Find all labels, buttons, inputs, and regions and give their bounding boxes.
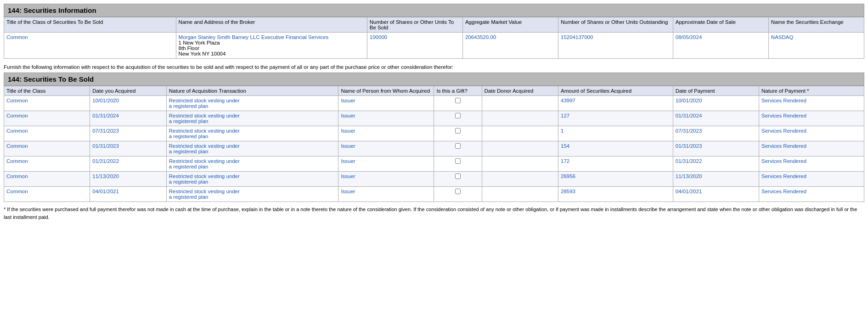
- cell-date-sale: 08/05/2024: [673, 33, 768, 59]
- cell-title-class: Common: [4, 111, 90, 126]
- cell-is-gift[interactable]: [434, 156, 482, 172]
- gift-checkbox[interactable]: [455, 128, 461, 134]
- cell-date-donor: [482, 172, 558, 187]
- cell-nature-payment: Services Rendered: [759, 126, 864, 141]
- cell-shares: 100000: [367, 33, 462, 59]
- cell-date-acquired: 01/31/2022: [90, 156, 166, 172]
- cell-broker: Morgan Stanley Smith Barney LLC Executiv…: [176, 33, 367, 59]
- table-row: Common 04/01/2021 Restricted stock vesti…: [4, 187, 864, 202]
- cell-nature: Restricted stock vesting undera register…: [166, 187, 338, 202]
- col-title-class: Title of the Class of Securities To Be S…: [4, 17, 176, 33]
- gift-checkbox[interactable]: [455, 189, 461, 194]
- col2-date-payment: Date of Payment: [673, 86, 759, 96]
- cell-is-gift[interactable]: [434, 96, 482, 111]
- cell-title-class: Common: [4, 187, 90, 202]
- cell-is-gift[interactable]: [434, 172, 482, 187]
- cell-date-payment: 01/31/2024: [673, 111, 759, 126]
- col-exchange: Name the Securities Exchange: [768, 17, 864, 33]
- cell-person: Issuer: [338, 96, 434, 111]
- footnote: * If the securities were purchased and f…: [4, 206, 864, 221]
- cell-person: Issuer: [338, 126, 434, 141]
- cell-date-acquired: 01/31/2024: [90, 111, 166, 126]
- gift-checkbox[interactable]: [455, 173, 461, 179]
- cell-date-donor: [482, 96, 558, 111]
- cell-date-payment: 11/13/2020: [673, 172, 759, 187]
- cell-is-gift[interactable]: [434, 141, 482, 156]
- table-row: Common 01/31/2023 Restricted stock vesti…: [4, 141, 864, 156]
- cell-nature-payment: Services Rendered: [759, 156, 864, 172]
- cell-nature: Restricted stock vesting undera register…: [166, 156, 338, 172]
- cell-title-class: Common: [4, 96, 90, 111]
- cell-amount: 43997: [558, 96, 673, 111]
- cell-amount: 172: [558, 156, 673, 172]
- cell-nature: Restricted stock vesting undera register…: [166, 126, 338, 141]
- cell-nature: Restricted stock vesting undera register…: [166, 141, 338, 156]
- cell-date-payment: 07/31/2023: [673, 126, 759, 141]
- table-row: Common 07/31/2023 Restricted stock vesti…: [4, 126, 864, 141]
- cell-date-donor: [482, 141, 558, 156]
- cell-title-class: Common: [4, 172, 90, 187]
- cell-title-class: Common: [4, 33, 176, 59]
- cell-date-acquired: 01/31/2023: [90, 141, 166, 156]
- col2-date-donor: Date Donor Acquired: [482, 86, 558, 96]
- table-row: Common 01/31/2024 Restricted stock vesti…: [4, 111, 864, 126]
- cell-amount: 1: [558, 126, 673, 141]
- cell-title-class: Common: [4, 141, 90, 156]
- gift-checkbox[interactable]: [455, 98, 461, 103]
- cell-date-acquired: 07/31/2023: [90, 126, 166, 141]
- cell-nature-payment: Services Rendered: [759, 141, 864, 156]
- cell-is-gift[interactable]: [434, 126, 482, 141]
- cell-date-acquired: 11/13/2020: [90, 172, 166, 187]
- gift-checkbox[interactable]: [455, 143, 461, 149]
- cell-nature: Restricted stock vesting undera register…: [166, 96, 338, 111]
- cell-nature: Restricted stock vesting undera register…: [166, 111, 338, 126]
- cell-nature-payment: Services Rendered: [759, 111, 864, 126]
- col2-is-gift: Is this a Gift?: [434, 86, 482, 96]
- gift-checkbox[interactable]: [455, 158, 461, 164]
- cell-amount: 154: [558, 141, 673, 156]
- col-market-value: Aggregate Market Value: [462, 17, 558, 33]
- cell-date-payment: 01/31/2023: [673, 141, 759, 156]
- cell-person: Issuer: [338, 141, 434, 156]
- cell-person: Issuer: [338, 111, 434, 126]
- cell-date-payment: 01/31/2022: [673, 156, 759, 172]
- col2-nature-payment: Nature of Payment *: [759, 86, 864, 96]
- cell-person: Issuer: [338, 156, 434, 172]
- cell-date-donor: [482, 111, 558, 126]
- cell-is-gift[interactable]: [434, 187, 482, 202]
- cell-nature-payment: Services Rendered: [759, 187, 864, 202]
- cell-market-value: 20643520.00: [462, 33, 558, 59]
- cell-date-payment: 04/01/2021: [673, 187, 759, 202]
- cell-is-gift[interactable]: [434, 111, 482, 126]
- col2-person: Name of Person from Whom Acquired: [338, 86, 434, 96]
- cell-title-class: Common: [4, 126, 90, 141]
- cell-amount: 28593: [558, 187, 673, 202]
- col2-amount: Amount of Securities Acquired: [558, 86, 673, 96]
- cell-person: Issuer: [338, 187, 434, 202]
- col-shares: Number of Shares or Other Units To Be So…: [367, 17, 462, 33]
- furnish-text: Furnish the following information with r…: [4, 63, 864, 71]
- col-date-sale: Approximate Date of Sale: [673, 17, 768, 33]
- table-row: Common 01/31/2022 Restricted stock vesti…: [4, 156, 864, 172]
- section1-header: 144: Securities Information: [4, 4, 864, 17]
- table-row: Common Morgan Stanley Smith Barney LLC E…: [4, 33, 864, 59]
- gift-checkbox[interactable]: [455, 113, 461, 118]
- securities-sold-table: Title of the Class Date you Acquired Nat…: [4, 86, 864, 202]
- col2-title-class: Title of the Class: [4, 86, 90, 96]
- cell-nature-payment: Services Rendered: [759, 96, 864, 111]
- col-shares-outstanding: Number of Shares or Other Units Outstand…: [558, 17, 673, 33]
- cell-date-donor: [482, 156, 558, 172]
- cell-shares-outstanding: 15204137000: [558, 33, 673, 59]
- cell-title-class: Common: [4, 156, 90, 172]
- section2-header: 144: Securities To Be Sold: [4, 73, 864, 86]
- cell-date-donor: [482, 126, 558, 141]
- cell-date-donor: [482, 187, 558, 202]
- cell-amount: 26956: [558, 172, 673, 187]
- col2-date-acquired: Date you Acquired: [90, 86, 166, 96]
- col-broker: Name and Address of the Broker: [176, 17, 367, 33]
- col2-nature: Nature of Acquisition Transaction: [166, 86, 338, 96]
- cell-date-acquired: 10/01/2020: [90, 96, 166, 111]
- cell-date-acquired: 04/01/2021: [90, 187, 166, 202]
- cell-nature: Restricted stock vesting undera register…: [166, 172, 338, 187]
- cell-nature-payment: Services Rendered: [759, 172, 864, 187]
